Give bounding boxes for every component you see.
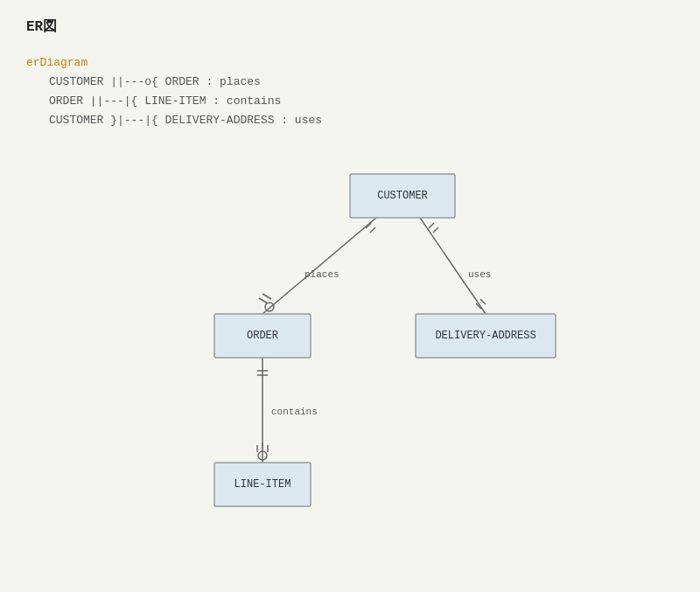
entity-order-label: ORDER	[247, 331, 278, 343]
tick1-customer-delivery	[429, 223, 434, 228]
code-block: erDiagram CUSTOMER ||---o{ ORDER : place…	[26, 53, 674, 130]
code-line-3: CUSTOMER }|---|{ DELIVERY-ADDRESS : uses	[49, 114, 322, 127]
code-keyword: erDiagram	[26, 56, 88, 69]
code-line-2: ORDER ||---|{ LINE-ITEM : contains	[49, 94, 281, 108]
entity-delivery-label: DELIVERY-ADDRESS	[435, 331, 536, 343]
label-uses: uses	[468, 269, 491, 280]
entity-customer: CUSTOMER	[350, 174, 455, 218]
entity-customer-label: CUSTOMER	[377, 191, 428, 203]
tick2-customer-delivery	[433, 227, 438, 233]
crow-circle-order	[265, 303, 274, 311]
tick2-customer-order	[370, 227, 375, 233]
entity-lineitem: LINE-ITEM	[214, 463, 311, 506]
crow-fork2-order	[262, 294, 271, 299]
label-places: places	[304, 269, 340, 280]
crow-fork1-order	[259, 298, 268, 303]
er-diagram: places uses contains CUSTOMER ORDER	[26, 157, 674, 541]
label-contains: contains	[271, 407, 318, 417]
relation-customer-order	[262, 218, 376, 314]
entity-delivery: DELIVERY-ADDRESS	[416, 314, 556, 358]
entity-order: ORDER	[214, 314, 311, 358]
code-line-1: CUSTOMER ||---o{ ORDER : places	[49, 75, 261, 88]
page-title: ER図	[26, 17, 674, 36]
entity-lineitem-label: LINE-ITEM	[234, 479, 291, 491]
tick2-delivery	[480, 299, 486, 304]
relation-customer-delivery	[420, 218, 486, 314]
